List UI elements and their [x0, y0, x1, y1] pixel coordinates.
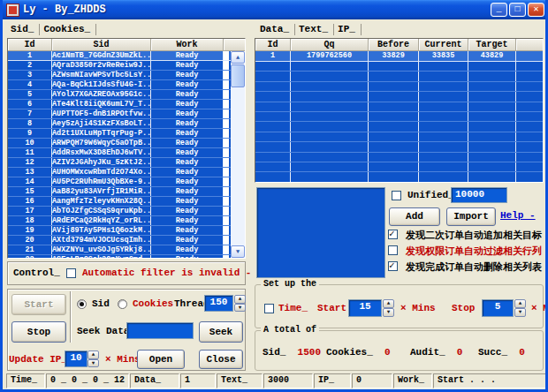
log-listbox[interactable]	[256, 187, 385, 278]
update-ip-stepper[interactable]: ▲ ▼	[88, 351, 99, 367]
data-table-empty-row[interactable]	[255, 62, 543, 72]
radio-cookies-label[interactable]: Cookies	[133, 298, 173, 309]
data-table-empty-row[interactable]	[255, 142, 543, 152]
sid-table-row[interactable]: 2AQraD3850r2vReReiw9J...Ready	[8, 61, 231, 71]
spin-down-icon[interactable]: ▼	[234, 304, 246, 313]
data-table-row[interactable]: 11799762560338293383543829	[255, 51, 543, 62]
data-col-before[interactable]: Before	[369, 39, 419, 51]
sid-table-row[interactable]: 20AXtd3794mVJOCUcsqImh...Ready	[8, 236, 231, 245]
spin-down-icon[interactable]: ▼	[383, 308, 394, 317]
data-table-empty-row[interactable]	[255, 172, 543, 182]
start-button[interactable]: Start	[11, 294, 66, 315]
sid-table-row[interactable]: 1Ac1NmTB_7GGdnZ3UmZkL...Ready	[8, 51, 231, 61]
spin-down-icon[interactable]: ▼	[88, 359, 99, 368]
spin-up-icon[interactable]: ▲	[88, 351, 99, 359]
title-bar[interactable]: Ly - By_ZHDDS _ □ ✕	[0, 0, 548, 19]
close-action-button[interactable]: Close	[199, 350, 243, 369]
sid-table-row[interactable]: 7AUPTTOF5-dnB1RPOtfvw...Ready	[8, 109, 231, 119]
sid-table-row[interactable]: 19AVij89TAy5PHs1Q6ozkM...Ready	[8, 226, 231, 236]
spin-down-icon[interactable]: ▼	[514, 308, 526, 317]
spin-up-icon[interactable]: ▲	[514, 299, 526, 308]
data-table-empty-row[interactable]	[255, 92, 543, 102]
stop-button[interactable]: Stop	[11, 321, 66, 343]
option-checkbox[interactable]: ✓	[388, 261, 398, 271]
open-button[interactable]: Open	[137, 350, 185, 369]
sid-table-row[interactable]: 18ARdEPCaQ2RkHqYZ_orRL...Ready	[8, 216, 231, 226]
sid-table-row[interactable]: 6ATe4Klt8iiQK6umL7V_T...Ready	[8, 100, 231, 109]
thread-stepper[interactable]: ▲ ▼	[234, 295, 246, 312]
radio-sid[interactable]	[77, 299, 87, 309]
option-checkbox[interactable]: ✓	[388, 230, 398, 239]
radio-cookies[interactable]	[118, 299, 127, 309]
tab-cookies[interactable]: Cookies_	[40, 24, 96, 35]
tab-data[interactable]: Data_	[256, 24, 295, 35]
tab-sid[interactable]: Sid_	[7, 24, 40, 35]
sid-table-row[interactable]: 11AddRsxMwX3D8EhDJ6wTV...Ready	[8, 148, 231, 158]
setup-start-input[interactable]: 15	[348, 299, 382, 317]
option-label[interactable]: 发现二次订单自动追加相关目标	[406, 229, 542, 242]
data-col-current[interactable]: Current	[419, 39, 468, 51]
time-label[interactable]: Time_	[278, 303, 308, 313]
data-table-empty-row[interactable]	[255, 112, 543, 122]
sid-table-row[interactable]: 5AYolX7XGAZREOAx95G1c...Ready	[8, 90, 231, 100]
import-button[interactable]: Import	[446, 207, 496, 226]
close-button[interactable]: ✕	[528, 3, 544, 17]
sid-col-sid[interactable]: Sid	[52, 39, 151, 51]
sid-col-id[interactable]: Id	[8, 39, 52, 51]
data-table-empty-row[interactable]	[255, 82, 543, 92]
auto-filter-checkbox[interactable]	[66, 268, 76, 278]
data-col-filler	[516, 39, 543, 51]
seek-button[interactable]: Seek	[199, 321, 243, 343]
data-table-empty-row[interactable]	[255, 153, 543, 162]
setup-start-stepper[interactable]: ▲ ▼	[383, 299, 394, 317]
tab-ip[interactable]: IP_	[334, 24, 362, 35]
sid-table-row[interactable]: 16AangMfzTzleyvKHnX28Q...Ready	[8, 197, 231, 207]
unified-label[interactable]: Unified_	[407, 190, 454, 200]
sid-table-row[interactable]: 14AU5PC2RUhRmU3QbBXe-9...Ready	[8, 177, 231, 187]
help-link[interactable]: Help -	[500, 210, 536, 221]
data-col-qq[interactable]: Qq	[291, 39, 369, 51]
sid-table-row[interactable]: 9Ad2t1UXLuHpTTqrPug-P...Ready	[8, 129, 231, 139]
thread-input[interactable]: 150	[204, 295, 233, 312]
tab-text[interactable]: Text_	[295, 24, 334, 35]
data-table-empty-row[interactable]	[255, 162, 543, 172]
sid-table-row[interactable]: 12AZIV2JGAhyJKu_5zKtJ2...Ready	[8, 158, 231, 168]
data-table-empty-row[interactable]	[255, 102, 543, 112]
scroll-thumb[interactable]	[231, 64, 245, 87]
sid-col-work[interactable]: Work	[151, 39, 224, 51]
minimize-button[interactable]: _	[491, 3, 507, 17]
scroll-up-icon[interactable]: ▲	[231, 51, 245, 64]
unified-checkbox[interactable]	[392, 191, 401, 200]
sid-table-row[interactable]: 13AUHOMWxcwRbmTd2O74Xo...Ready	[8, 168, 231, 177]
data-col-target[interactable]: Target	[468, 39, 516, 51]
option-checkbox[interactable]	[388, 245, 398, 255]
seek-data-input[interactable]	[126, 322, 194, 339]
maximize-button[interactable]: □	[509, 3, 526, 17]
data-table-empty-row[interactable]	[255, 122, 543, 132]
setup-stop-stepper[interactable]: ▲ ▼	[514, 299, 526, 317]
spin-up-icon[interactable]: ▲	[234, 295, 246, 304]
option-label[interactable]: 发现权限订单自动过滤相关行列	[406, 245, 542, 258]
data-table-empty-row[interactable]	[255, 72, 543, 81]
data-table-empty-row[interactable]	[255, 132, 543, 142]
setup-stop-input[interactable]: 5	[482, 299, 514, 317]
add-button[interactable]: Add	[389, 207, 440, 226]
sid-table-row[interactable]: 10ARWPQH79W6WqyC5aOTpB...Ready	[8, 139, 231, 148]
option-label[interactable]: 发现完成订单自动删除相关列表	[406, 260, 542, 274]
auto-filter-label[interactable]: Automatic filter is invalid - Sid	[82, 268, 275, 278]
sid-table-row[interactable]: 4AQa-BqCk1IJdsSfU4G-I...Ready	[8, 80, 231, 90]
update-ip-input[interactable]: 10	[65, 351, 88, 367]
unified-input[interactable]: 10000	[451, 187, 507, 203]
sid-table-row[interactable]: 17AbTOJZfgCSSqS9qruKpb...Ready	[8, 207, 231, 216]
sid-table-row[interactable]: 8Aey5zAji4S1KzFXsBoLT...Ready	[8, 119, 231, 129]
sid-table-scrollbar[interactable]: ▲ ▼	[231, 51, 245, 258]
spin-up-icon[interactable]: ▲	[383, 299, 394, 308]
scroll-down-icon[interactable]: ▼	[231, 245, 245, 258]
radio-sid-label[interactable]: Sid	[92, 298, 110, 309]
sid-table-row[interactable]: 22ASEaLBqQSak2OpKwrCmd...Ready	[8, 255, 231, 258]
sid-table-row[interactable]: 21AWXZNYu_uvSOJg5YRkj8...Ready	[8, 245, 231, 255]
data-col-id[interactable]: Id	[255, 39, 291, 51]
sid-table-row[interactable]: 3AZWsmNIavWPSvTbc5LsY...Ready	[8, 71, 231, 80]
sid-table-row[interactable]: 15AaB82yu83AVrfjIR1MiR...Ready	[8, 187, 231, 197]
time-checkbox[interactable]	[264, 304, 274, 313]
